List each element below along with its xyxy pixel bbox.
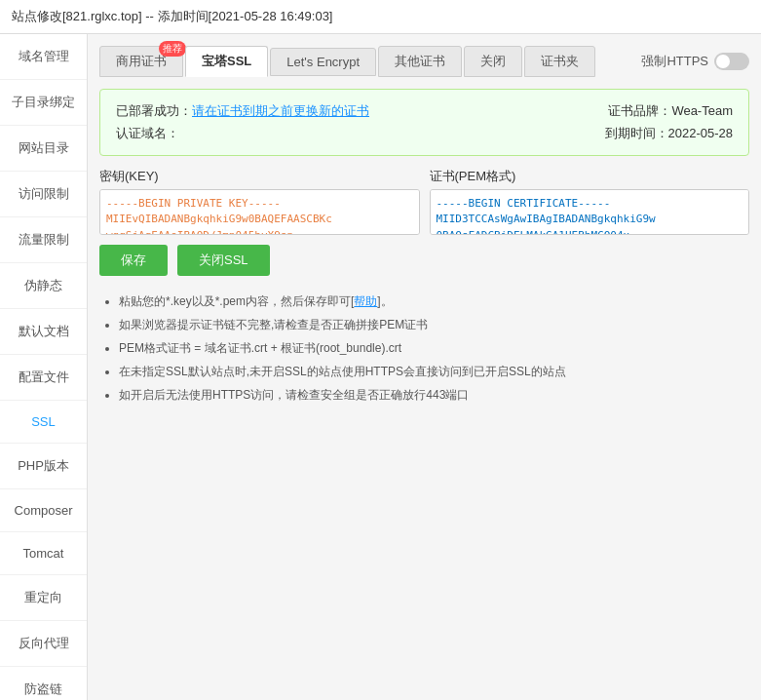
tabs: 商用证书 宝塔SSL Let's Encrypt 其他证书 关闭 证书夹 (99, 46, 641, 77)
expiry-value: 2022-05-28 (668, 126, 734, 140)
tip-1-text: 粘贴您的*.key以及*.pem内容，然后保存即可[ (119, 294, 354, 308)
brand-label: 证书品牌： (608, 103, 671, 118)
cert-panels: 密钥(KEY) 证书(PEM格式) (99, 168, 749, 235)
sidebar-item-hotlink[interactable]: 防盗链 (0, 667, 87, 700)
key-panel-label: 密钥(KEY) (99, 168, 420, 185)
sidebar-item-domain[interactable]: 域名管理 (0, 34, 87, 80)
success-title: 已部署成功： (116, 103, 192, 118)
sidebar-item-redirect[interactable]: 重定向 (0, 575, 87, 621)
cert-replace-link[interactable]: 请在证书到期之前更换新的证书 (192, 103, 369, 118)
sidebar-item-tomcat[interactable]: Tomcat (0, 532, 87, 575)
action-buttons: 保存 关闭SSL (99, 245, 749, 276)
sidebar-item-subdir[interactable]: 子目录绑定 (0, 80, 87, 126)
force-https-toggle[interactable] (714, 53, 749, 70)
help-link[interactable]: 帮助 (354, 294, 377, 308)
cert-panel: 证书(PEM格式) (430, 168, 750, 235)
sidebar-item-php[interactable]: PHP版本 (0, 444, 87, 489)
tab-commercial-cert[interactable]: 商用证书 (99, 46, 183, 77)
key-panel: 密钥(KEY) (99, 168, 420, 235)
tab-cert-folder[interactable]: 证书夹 (524, 46, 595, 77)
title-text: 站点修改[821.rglxc.top] -- 添加时间[2021-05-28 1… (12, 9, 332, 23)
title-bar: 站点修改[821.rglxc.top] -- 添加时间[2021-05-28 1… (0, 0, 761, 34)
sidebar-item-config[interactable]: 配置文件 (0, 355, 87, 401)
success-left: 已部署成功：请在证书到期之前更换新的证书 认证域名： (116, 99, 369, 145)
force-https-label: 强制HTTPS (641, 53, 708, 70)
tab-bt-ssl[interactable]: 宝塔SSL (185, 46, 268, 77)
sidebar-item-reverse-proxy[interactable]: 反向代理 (0, 621, 87, 667)
key-textarea[interactable] (99, 189, 420, 235)
success-banner: 已部署成功：请在证书到期之前更换新的证书 认证域名： 证书品牌：Wea-Team… (99, 89, 749, 156)
tab-close[interactable]: 关闭 (464, 46, 522, 77)
domain-row: 认证域名： (116, 122, 369, 144)
tip-3: PEM格式证书 = 域名证书.crt + 根证书(root_bundle).cr… (119, 336, 749, 360)
force-https-container: 强制HTTPS (641, 53, 749, 70)
sidebar: 域名管理 子目录绑定 网站目录 访问限制 流量限制 伪静态 默认文档 配置文件 … (0, 34, 88, 700)
brand-row: 证书品牌：Wea-Team (605, 99, 734, 122)
success-title-row: 已部署成功：请在证书到期之前更换新的证书 (116, 99, 369, 122)
close-ssl-button[interactable]: 关闭SSL (177, 245, 270, 276)
save-button[interactable]: 保存 (99, 245, 168, 276)
sidebar-item-rewrite[interactable]: 伪静态 (0, 263, 87, 309)
cert-textarea[interactable] (430, 189, 750, 235)
tips-list: 粘贴您的*.key以及*.pem内容，然后保存即可[帮助]。 如果浏览器提示证书… (99, 290, 749, 407)
tab-other-cert[interactable]: 其他证书 (378, 46, 462, 77)
sidebar-item-composer[interactable]: Composer (0, 489, 87, 532)
expiry-row: 到期时间：2022-05-28 (605, 122, 734, 144)
sidebar-item-ssl[interactable]: SSL (0, 401, 87, 444)
tip-5: 如开启后无法使用HTTPS访问，请检查安全组是否正确放行443端口 (119, 383, 749, 407)
sidebar-item-webdir[interactable]: 网站目录 (0, 126, 87, 172)
cert-panel-label: 证书(PEM格式) (430, 168, 750, 185)
sidebar-item-traffic[interactable]: 流量限制 (0, 217, 87, 263)
success-right: 证书品牌：Wea-Team 到期时间：2022-05-28 (605, 99, 734, 145)
sidebar-item-access[interactable]: 访问限制 (0, 172, 87, 217)
expiry-label: 到期时间： (605, 126, 668, 140)
tip-2: 如果浏览器提示证书链不完整,请检查是否正确拼接PEM证书 (119, 313, 749, 336)
tab-bar: 商用证书 宝塔SSL Let's Encrypt 其他证书 关闭 证书夹 (99, 46, 749, 77)
brand-value: Wea-Team (671, 103, 733, 118)
tip-1-end: ]。 (377, 294, 392, 308)
tab-lets-encrypt[interactable]: Let's Encrypt (270, 48, 376, 76)
tip-4: 在未指定SSL默认站点时,未开启SSL的站点使用HTTPS会直接访问到已开启SS… (119, 360, 749, 383)
sidebar-item-default-doc[interactable]: 默认文档 (0, 309, 87, 355)
tip-1: 粘贴您的*.key以及*.pem内容，然后保存即可[帮助]。 (119, 290, 749, 313)
content-area: 商用证书 宝塔SSL Let's Encrypt 其他证书 关闭 证书夹 (88, 34, 761, 700)
domain-label: 认证域名： (116, 126, 179, 140)
